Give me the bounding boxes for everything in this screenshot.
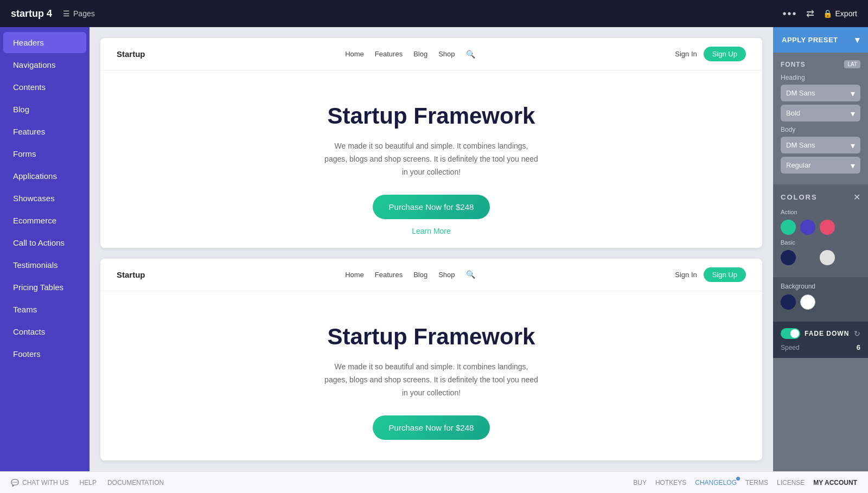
cta-button-2[interactable]: Purchase Now for $248 xyxy=(373,415,490,440)
action-color-red[interactable] xyxy=(820,220,835,235)
body-font-select-wrapper: DM Sans xyxy=(781,137,860,153)
heading-font-select-wrapper: DM Sans xyxy=(781,85,860,101)
body-label: Body xyxy=(781,126,860,133)
preview-card-1: Startup Home Features Blog Shop 🔍 Sign I… xyxy=(100,38,762,248)
changelog-label: CHANGELOG xyxy=(695,479,737,486)
pages-menu[interactable]: ☰ Pages xyxy=(63,9,95,18)
speed-value: 6 xyxy=(857,343,860,351)
nav-blog-2[interactable]: Blog xyxy=(413,271,427,279)
body-font-select[interactable]: DM Sans xyxy=(781,137,860,153)
preview-area: Startup Home Features Blog Shop 🔍 Sign I… xyxy=(90,27,773,471)
fade-toggle[interactable] xyxy=(781,328,800,339)
apply-preset-button[interactable]: APPLY PRESET ▾ xyxy=(773,27,868,53)
preview-nav-links-2: Home Features Blog Shop 🔍 xyxy=(345,270,475,279)
preview-hero-1: Startup Framework We made it so beautifu… xyxy=(100,71,762,248)
nav-features-2[interactable]: Features xyxy=(375,271,403,279)
speed-label: Speed xyxy=(781,344,800,351)
refresh-icon[interactable]: ↻ xyxy=(854,329,860,338)
export-button[interactable]: 🔒 Export xyxy=(823,9,857,18)
action-color-purple[interactable] xyxy=(800,220,815,235)
body-weight-select[interactable]: Regular xyxy=(781,157,860,174)
nav-home-1[interactable]: Home xyxy=(345,50,364,58)
nav-blog-1[interactable]: Blog xyxy=(413,50,427,58)
code-toggle-icon[interactable]: ⇄ xyxy=(806,8,814,20)
learn-more-1[interactable]: Learn More xyxy=(122,227,741,235)
documentation-link[interactable]: DOCUMENTATION xyxy=(107,479,164,486)
action-swatches xyxy=(781,220,860,235)
heading-weight-select-wrapper: Bold xyxy=(781,105,860,121)
sidebar-item-cta[interactable]: Call to Actions xyxy=(3,232,86,253)
chat-button[interactable]: 💬 CHAT WITH US xyxy=(11,479,69,486)
action-color-teal[interactable] xyxy=(781,220,796,235)
search-icon-1[interactable]: 🔍 xyxy=(466,50,475,59)
sidebar-item-footers[interactable]: Footers xyxy=(3,343,86,364)
sidebar-item-teams[interactable]: Teams xyxy=(3,299,86,320)
basic-color-light[interactable] xyxy=(820,250,835,265)
pages-label: Pages xyxy=(73,9,95,18)
basic-swatches xyxy=(781,250,860,265)
hero-desc-2: We made it so beautiful and simple. It c… xyxy=(323,361,540,399)
changelog-link[interactable]: CHANGELOG xyxy=(695,479,737,486)
bg-color-white[interactable] xyxy=(800,294,815,310)
colors-header: COLORS ✕ xyxy=(781,192,860,202)
cta-button-1[interactable]: Purchase Now for $248 xyxy=(373,195,490,219)
preview-card-2: Startup Home Features Blog Shop 🔍 Sign I… xyxy=(100,259,762,460)
preview-signin-1[interactable]: Sign In xyxy=(675,50,697,58)
chat-icon: 💬 xyxy=(11,479,19,486)
sidebar-item-applications[interactable]: Applications xyxy=(3,165,86,187)
bottom-left: 💬 CHAT WITH US HELP DOCUMENTATION xyxy=(11,479,164,486)
basic-color-dark[interactable] xyxy=(781,250,796,265)
fonts-header: FONTS LAT xyxy=(781,60,860,68)
help-link[interactable]: HELP xyxy=(80,479,97,486)
sidebar-item-showcases[interactable]: Showcases xyxy=(3,188,86,209)
hotkeys-link[interactable]: HOTKEYS xyxy=(655,479,686,486)
fade-section: FADE DOWN ↻ Speed 6 xyxy=(773,322,868,358)
nav-features-1[interactable]: Features xyxy=(375,50,403,58)
preview-signup-1[interactable]: Sign Up xyxy=(704,47,746,61)
apply-preset-label: APPLY PRESET xyxy=(782,36,838,44)
sidebar-item-pricing[interactable]: Pricing Tables xyxy=(3,277,86,298)
sidebar-item-contacts[interactable]: Contacts xyxy=(3,321,86,342)
heading-font-select[interactable]: DM Sans xyxy=(781,85,860,101)
sidebar-item-forms[interactable]: Forms xyxy=(3,143,86,164)
sidebar-item-navigations[interactable]: Navigations xyxy=(3,54,86,75)
search-icon-2[interactable]: 🔍 xyxy=(466,270,475,279)
heading-weight-select[interactable]: Bold xyxy=(781,105,860,121)
fade-toggle-area: FADE DOWN xyxy=(781,328,849,339)
preview-signup-2[interactable]: Sign Up xyxy=(704,267,746,282)
nav-home-2[interactable]: Home xyxy=(345,271,364,279)
sidebar-item-testimonials[interactable]: Testimonials xyxy=(3,254,86,276)
sidebar-item-contents[interactable]: Contents xyxy=(3,76,86,98)
changelog-dot xyxy=(736,477,740,481)
more-options-icon[interactable]: ••• xyxy=(783,8,797,20)
terms-link[interactable]: TERMS xyxy=(745,479,768,486)
my-account-link[interactable]: MY ACCOUNT xyxy=(813,479,857,486)
nav-shop-2[interactable]: Shop xyxy=(438,271,455,279)
sidebar-item-headers[interactable]: Headers xyxy=(3,32,86,53)
preview-brand-1: Startup xyxy=(117,49,145,59)
topbar-right: ••• ⇄ 🔒 Export xyxy=(783,8,857,20)
bg-color-dark[interactable] xyxy=(781,294,796,310)
sidebar-item-ecommerce[interactable]: Ecommerce xyxy=(3,210,86,231)
sidebar-item-features[interactable]: Features xyxy=(3,121,86,142)
preview-signin-2[interactable]: Sign In xyxy=(675,271,697,279)
preview-nav-right-2: Sign In Sign Up xyxy=(675,267,746,282)
speed-row: Speed 6 xyxy=(781,343,860,351)
basic-color-gray[interactable] xyxy=(800,250,815,265)
heading-label: Heading xyxy=(781,74,860,81)
fonts-section: FONTS LAT Heading DM Sans Bold Body DM S… xyxy=(773,53,868,184)
shuffle-icon[interactable]: ✕ xyxy=(853,192,860,202)
colors-title: COLORS xyxy=(781,193,818,201)
license-link[interactable]: LICENSE xyxy=(777,479,805,486)
topbar: startup 4 ☰ Pages ••• ⇄ 🔒 Export xyxy=(0,0,868,27)
lock-icon: 🔒 xyxy=(823,9,832,18)
topbar-left: startup 4 ☰ Pages xyxy=(11,8,95,20)
action-colors-label: Action xyxy=(781,209,860,215)
fade-header: FADE DOWN ↻ xyxy=(781,328,860,339)
fonts-badge[interactable]: LAT xyxy=(844,60,860,68)
preview-brand-2: Startup xyxy=(117,270,145,279)
nav-shop-1[interactable]: Shop xyxy=(438,50,455,58)
hero-title-1: Startup Framework xyxy=(122,103,741,129)
buy-link[interactable]: BUY xyxy=(633,479,647,486)
sidebar-item-blog[interactable]: Blog xyxy=(3,99,86,120)
